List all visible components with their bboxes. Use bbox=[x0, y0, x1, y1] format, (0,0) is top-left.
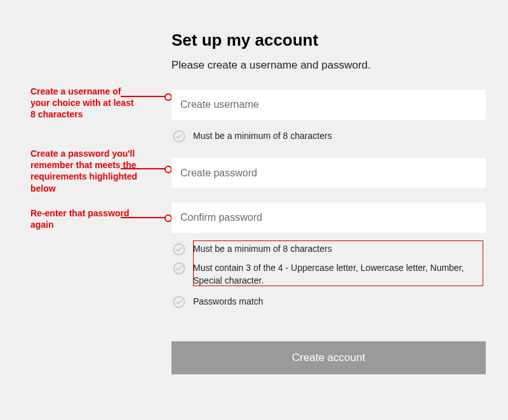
check-icon bbox=[173, 262, 185, 275]
callout-confirm: Re-enter that password again bbox=[30, 207, 138, 230]
requirement-row: Passwords match bbox=[171, 293, 486, 311]
check-icon bbox=[173, 296, 185, 308]
confirm-password-input[interactable] bbox=[171, 202, 486, 233]
requirement-text: Must be a minimum of 8 characters bbox=[193, 130, 332, 143]
password-requirements-group: Must be a minimum of 8 characters Must c… bbox=[171, 240, 486, 289]
callout-password: Create a password you'll remember that m… bbox=[30, 148, 138, 194]
callout-username: Create a username of your choice with at… bbox=[30, 86, 138, 121]
requirement-row: Must be a minimum of 8 characters bbox=[171, 128, 486, 145]
connector-line bbox=[121, 168, 169, 169]
username-input[interactable] bbox=[171, 89, 486, 120]
requirement-text: Must be a minimum of 8 characters bbox=[193, 243, 332, 256]
requirement-text: Must contain 3 of the 4 - Uppercase lett… bbox=[193, 262, 486, 287]
check-icon bbox=[173, 130, 185, 143]
requirement-text: Passwords match bbox=[193, 296, 263, 308]
check-icon bbox=[173, 243, 185, 256]
page-title: Set up my account bbox=[171, 30, 486, 50]
page-subtitle: Please create a username and password. bbox=[171, 59, 486, 72]
requirement-row: Must be a minimum of 8 characters bbox=[171, 240, 486, 258]
connector-line bbox=[121, 217, 169, 218]
account-setup-form: Set up my account Please create a userna… bbox=[171, 30, 486, 374]
create-account-button[interactable]: Create account bbox=[171, 341, 486, 374]
connector-line bbox=[121, 96, 169, 97]
password-input[interactable] bbox=[171, 158, 486, 188]
requirement-row: Must contain 3 of the 4 - Uppercase lett… bbox=[171, 259, 486, 289]
